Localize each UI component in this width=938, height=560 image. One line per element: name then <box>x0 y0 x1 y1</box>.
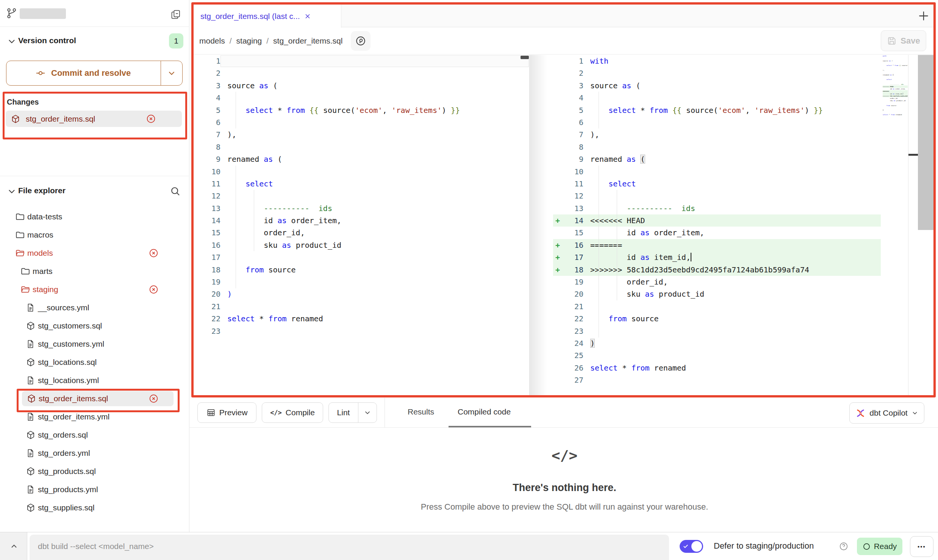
code-line[interactable]: 3source as ( <box>553 80 881 92</box>
code-line[interactable]: 25 <box>553 349 881 361</box>
lint-button[interactable]: Lint <box>328 402 377 423</box>
commit-and-resolve-button[interactable]: Commit and resolve <box>6 61 183 86</box>
duplicate-files-icon[interactable] <box>170 9 181 20</box>
code-line[interactable]: 22 from source <box>553 313 881 325</box>
file-tree-item-models[interactable]: models <box>0 245 189 261</box>
code-line[interactable]: 4 <box>191 92 530 104</box>
search-icon[interactable] <box>170 186 181 197</box>
code-line[interactable]: 5 select * from {{ source('ecom', 'raw_i… <box>883 64 908 67</box>
code-line[interactable]: 8 <box>553 141 881 153</box>
code-line[interactable]: +16======= <box>553 239 881 251</box>
code-pane-left[interactable]: 1with23source as (45 select * from {{ so… <box>191 55 530 337</box>
chevron-up-icon[interactable] <box>10 542 18 551</box>
code-line[interactable]: 12 <box>553 190 881 202</box>
code-line[interactable]: 13 ---------- ids <box>191 202 530 214</box>
save-button[interactable]: Save <box>881 30 926 51</box>
tab-results[interactable]: Results <box>408 407 434 416</box>
code-line[interactable]: +14<<<<<<< HEAD <box>553 214 881 227</box>
code-line[interactable]: 20) <box>191 288 530 300</box>
code-line[interactable]: 10 <box>191 166 530 178</box>
code-line[interactable]: 22select * from renamed <box>191 313 530 325</box>
discard-change-icon[interactable] <box>149 285 159 295</box>
breadcrumb-staging[interactable]: staging <box>236 36 262 45</box>
changed-file-chip[interactable]: stg_order_items.sql <box>6 111 182 127</box>
code-line[interactable]: 12 <box>191 190 530 202</box>
code-line[interactable]: 20 sku as product_id <box>553 288 881 300</box>
code-pane-right[interactable]: 1with 2 3source as ( 4 5 select * from {… <box>553 55 881 386</box>
code-line[interactable]: 9renamed as ( <box>553 153 881 165</box>
code-line[interactable]: 2 <box>191 67 530 79</box>
discard-change-icon[interactable] <box>146 114 156 124</box>
file-explorer-title[interactable]: File explorer <box>18 186 66 195</box>
tab-close-icon[interactable] <box>304 13 311 20</box>
code-line[interactable]: 6 <box>553 116 881 128</box>
code-line[interactable]: +17 id as item_id, <box>553 251 881 263</box>
left-pane-scrollbar-thumb[interactable] <box>521 56 529 59</box>
code-line[interactable]: 21 <box>191 300 530 313</box>
code-line[interactable]: 23 <box>553 325 881 337</box>
code-line[interactable]: 20 sku as product_id <box>883 100 908 102</box>
code-line[interactable]: 15 order_id, <box>191 227 530 239</box>
code-line[interactable]: 9renamed as ( <box>191 153 530 165</box>
code-line[interactable]: 16 sku as product_id <box>191 239 530 251</box>
file-tree-item-marts[interactable]: marts <box>0 263 189 280</box>
code-line[interactable]: 11 select <box>553 178 881 190</box>
help-icon[interactable] <box>839 541 849 551</box>
file-tree-item--sources-yml[interactable]: __sources.yml <box>0 299 189 316</box>
file-tree-item-stg-orders-yml[interactable]: stg_orders.yml <box>0 445 189 461</box>
lint-dropdown[interactable] <box>358 403 377 422</box>
file-tree-item-stg-supplies-sql[interactable]: stg_supplies.sql <box>0 499 189 516</box>
code-line[interactable]: 6 <box>191 116 530 128</box>
code-line[interactable]: 2 <box>553 67 881 79</box>
minimap[interactable]: 1with23source as (45 select * from {{ so… <box>883 55 908 122</box>
code-line[interactable]: 19 order_id, <box>553 276 881 288</box>
breadcrumb-models[interactable]: models <box>199 36 225 45</box>
file-tree-item-stg-customers-sql[interactable]: stg_customers.sql <box>0 318 189 334</box>
code-line[interactable]: +18>>>>>>> 58c1dd23d5eebd9cd2495fa7124ab… <box>553 264 881 276</box>
discard-change-icon[interactable] <box>149 394 159 404</box>
tab-compiled-code[interactable]: Compiled code <box>458 407 511 416</box>
compile-button[interactable]: </> Compile <box>262 402 323 423</box>
code-line[interactable]: 19 <box>191 276 530 288</box>
commit-dropdown[interactable] <box>161 61 182 85</box>
discard-change-icon[interactable] <box>149 248 159 258</box>
file-tree-item-staging[interactable]: staging <box>0 281 189 298</box>
file-tree-item-stg-order-items-yml[interactable]: stg_order_items.yml <box>0 408 189 425</box>
git-branch-icon[interactable] <box>6 8 17 19</box>
file-tree-item-macros[interactable]: macros <box>0 227 189 243</box>
file-tree-item-data-tests[interactable]: data-tests <box>0 208 189 225</box>
defer-toggle[interactable] <box>680 540 703 553</box>
format-button[interactable] <box>351 31 371 51</box>
code-line[interactable]: 3source as ( <box>191 80 530 92</box>
version-control-title[interactable]: Version control <box>18 36 76 45</box>
code-line[interactable]: 24) <box>553 337 881 349</box>
file-tree-item-stg-order-items-sql[interactable]: stg_order_items.sql <box>0 390 189 407</box>
code-line[interactable]: 5 select * from {{ source('ecom', 'raw_i… <box>191 104 530 116</box>
code-line[interactable]: 11 select <box>191 178 530 190</box>
preview-button[interactable]: Preview <box>197 402 256 423</box>
editor-tab-active[interactable]: stg_order_items.sql (last c... <box>194 5 341 28</box>
new-tab-icon[interactable] <box>918 10 930 22</box>
ready-status-badge[interactable]: Ready <box>857 538 902 555</box>
code-line[interactable]: 18 from source <box>191 264 530 276</box>
file-tree-item-stg-products-yml[interactable]: stg_products.yml <box>0 481 189 498</box>
code-line[interactable]: 15 id as order_item, <box>553 227 881 239</box>
chevron-down-icon[interactable] <box>7 36 17 46</box>
code-line[interactable]: 1with <box>553 55 881 67</box>
command-input[interactable]: dbt build --select <model_name> <box>38 542 154 551</box>
code-line[interactable]: 5 select * from {{ source('ecom', 'raw_i… <box>553 104 881 116</box>
code-line[interactable]: 27 <box>553 374 881 386</box>
code-line[interactable]: 13 ---------- ids <box>553 202 881 214</box>
code-line[interactable]: 10 <box>553 166 881 178</box>
code-line[interactable]: 23 <box>191 325 530 337</box>
file-tree-item-stg-locations-yml[interactable]: stg_locations.yml <box>0 372 189 389</box>
editor-scrollbar-thumb[interactable] <box>918 55 935 230</box>
file-tree-item-stg-customers-yml[interactable]: stg_customers.yml <box>0 336 189 352</box>
code-line[interactable]: 27 <box>883 116 908 118</box>
code-line[interactable]: 8 <box>191 141 530 153</box>
chevron-down-icon[interactable] <box>7 186 17 196</box>
code-line[interactable]: 21 <box>553 300 881 313</box>
code-line[interactable]: 7), <box>553 128 881 141</box>
dbt-copilot-button[interactable]: dbt Copilot <box>849 402 924 424</box>
file-tree-item-stg-locations-sql[interactable]: stg_locations.sql <box>0 354 189 371</box>
